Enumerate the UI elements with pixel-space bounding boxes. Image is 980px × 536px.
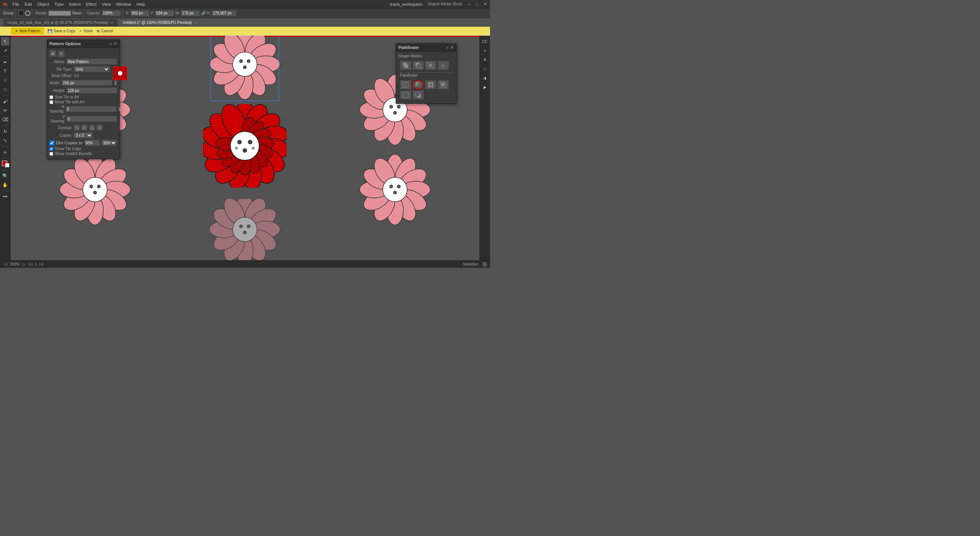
color-selector[interactable]: [1, 160, 10, 168]
pencil-tool[interactable]: ✏: [1, 106, 10, 115]
flower-center-main[interactable]: [203, 104, 286, 188]
opacity-input[interactable]: [102, 10, 121, 16]
hand-tool[interactable]: ✋: [1, 181, 10, 189]
x-input[interactable]: [130, 10, 150, 16]
copies-select[interactable]: 3 x 3 5 x 5 7 x 7: [74, 132, 93, 138]
pattern-exit-icon[interactable]: ←: [3, 29, 8, 34]
blend-tool[interactable]: ∞: [1, 148, 10, 157]
divide-button[interactable]: [400, 80, 411, 89]
panel-options-header[interactable]: Pattern Options ≡ ✕: [47, 40, 119, 48]
tab-corgis[interactable]: corgis_v3_task_flow_v01.ai @ 66.67% (RGB…: [3, 19, 118, 26]
shape-tool[interactable]: □: [1, 86, 10, 94]
height-input[interactable]: [67, 87, 117, 94]
y-input[interactable]: [155, 10, 174, 16]
background-color[interactable]: [5, 163, 10, 168]
stroke-preview[interactable]: [48, 11, 71, 16]
v-spacing-input[interactable]: [67, 116, 117, 122]
eraser-tool[interactable]: ⌫: [1, 116, 10, 124]
link-proportions-icon[interactable]: 🔗: [201, 11, 206, 15]
window-minimize-icon[interactable]: ─: [468, 2, 471, 6]
selection-tool[interactable]: ↖: [1, 37, 10, 46]
crop-button[interactable]: [438, 80, 449, 89]
overlap-top-icon[interactable]: △: [89, 125, 95, 131]
tab-untitled-close[interactable]: ✕: [194, 21, 197, 25]
panel-icon-grid[interactable]: ⊞: [49, 50, 56, 57]
save-a-copy-link[interactable]: 💾 Save a Copy: [48, 29, 75, 33]
width-input[interactable]: [62, 80, 112, 86]
menu-edit[interactable]: Edit: [25, 2, 32, 6]
panel-options-close-icon[interactable]: ✕: [113, 41, 117, 46]
h-input[interactable]: [212, 10, 237, 16]
pattern-name-input[interactable]: [67, 59, 117, 65]
exclude-button[interactable]: ⊕: [438, 61, 449, 70]
svg-point-134: [393, 191, 397, 195]
pathfinder-close-icon[interactable]: ✕: [450, 45, 454, 50]
zoom-first-button[interactable]: |◁: [28, 262, 33, 267]
stroke-color-preview[interactable]: [25, 11, 30, 16]
w-input[interactable]: [181, 10, 200, 16]
unite-button[interactable]: [400, 61, 411, 70]
show-tile-edge-checkbox[interactable]: [49, 147, 53, 151]
outline-button[interactable]: [400, 90, 411, 100]
overlap-right-icon[interactable]: ▷: [81, 125, 88, 131]
tile-type-select[interactable]: Grid Brick by Row Brick by Column Hex by…: [74, 66, 110, 72]
minus-back-button[interactable]: [412, 90, 424, 100]
move-tile-checkbox[interactable]: [49, 100, 53, 104]
zoom-out-button[interactable]: ◁: [3, 262, 8, 267]
menu-object[interactable]: Object: [37, 2, 49, 6]
size-tile-checkbox[interactable]: [49, 95, 53, 99]
right-panel-btn-5[interactable]: ◑: [481, 74, 489, 82]
overlap-bottom-icon[interactable]: ▽: [97, 125, 103, 131]
dim-copies-input[interactable]: [85, 140, 100, 146]
h-spacing-input[interactable]: [66, 106, 116, 112]
trim-button[interactable]: [412, 80, 424, 89]
pathfinder-header[interactable]: Pathfinder ≡ ✕: [396, 44, 456, 52]
more-tools[interactable]: •••: [1, 193, 10, 201]
zoom-tool[interactable]: 🔍: [1, 172, 10, 180]
window-maximize-icon[interactable]: □: [476, 2, 478, 6]
panel-options-menu-icon[interactable]: ≡: [110, 42, 112, 46]
done-link[interactable]: ✓ Done: [79, 29, 93, 33]
tab-untitled[interactable]: Untitled-1* @ 150% (RGB/GPU Preview) ✕: [119, 19, 202, 26]
paintbrush-tool[interactable]: 🖌: [1, 97, 10, 106]
right-panel-collapse[interactable]: ▶: [481, 83, 489, 91]
menu-type[interactable]: Type: [55, 2, 64, 6]
menu-select[interactable]: Select: [69, 2, 81, 6]
zoom-last-button[interactable]: ▷|: [38, 262, 44, 267]
merge-button[interactable]: [425, 80, 436, 89]
menu-effect[interactable]: Effect: [86, 2, 97, 6]
fill-color-preview[interactable]: [19, 11, 24, 16]
intersect-button[interactable]: [425, 61, 436, 70]
menu-window[interactable]: Window: [116, 2, 131, 6]
show-swatch-bounds-checkbox[interactable]: [49, 152, 53, 156]
dim-copies-dropdown[interactable]: 50%: [102, 140, 117, 146]
text-tool[interactable]: T: [1, 67, 10, 76]
right-panel-btn-2[interactable]: ≡: [481, 46, 489, 55]
menu-help[interactable]: Help: [137, 2, 145, 6]
zoom-in-button[interactable]: ▷: [21, 262, 27, 267]
pathfinder-menu-icon[interactable]: ≡: [446, 46, 449, 50]
tab-corgis-close[interactable]: ✕: [111, 21, 114, 25]
line-tool[interactable]: /: [1, 76, 10, 85]
menu-view[interactable]: View: [102, 2, 111, 6]
overlap-left-icon[interactable]: ◁: [74, 125, 80, 131]
right-panel-btn-1[interactable]: CC: [481, 37, 489, 46]
direct-selection-tool[interactable]: ↗: [1, 46, 10, 55]
workspace-name[interactable]: travis_workspace: [390, 2, 422, 6]
rotate-tool[interactable]: ↻: [1, 127, 10, 136]
window-close-icon[interactable]: ✕: [484, 2, 487, 6]
right-panel-btn-3[interactable]: A: [481, 56, 489, 64]
brick-offset-value: 1/2: [74, 74, 79, 78]
cancel-link[interactable]: ⊗ Cancel: [97, 29, 113, 33]
constrain-proportions-icon[interactable]: ⊻: [114, 80, 118, 86]
dim-copies-checkbox[interactable]: [49, 141, 54, 146]
new-pattern-button[interactable]: ✦ New Pattern: [11, 28, 44, 34]
menu-file[interactable]: File: [13, 2, 19, 6]
panel-icon-list[interactable]: ≡: [58, 50, 65, 57]
minus-front-button[interactable]: [412, 61, 424, 70]
search-adobe-stock[interactable]: Search Adobe Stock: [428, 2, 462, 6]
h-spacing-constrain-icon[interactable]: ⊻: [118, 106, 122, 112]
scale-tool[interactable]: ⤡: [1, 136, 10, 145]
pen-tool[interactable]: ✒: [1, 58, 10, 67]
right-panel-btn-4[interactable]: □: [481, 65, 489, 73]
